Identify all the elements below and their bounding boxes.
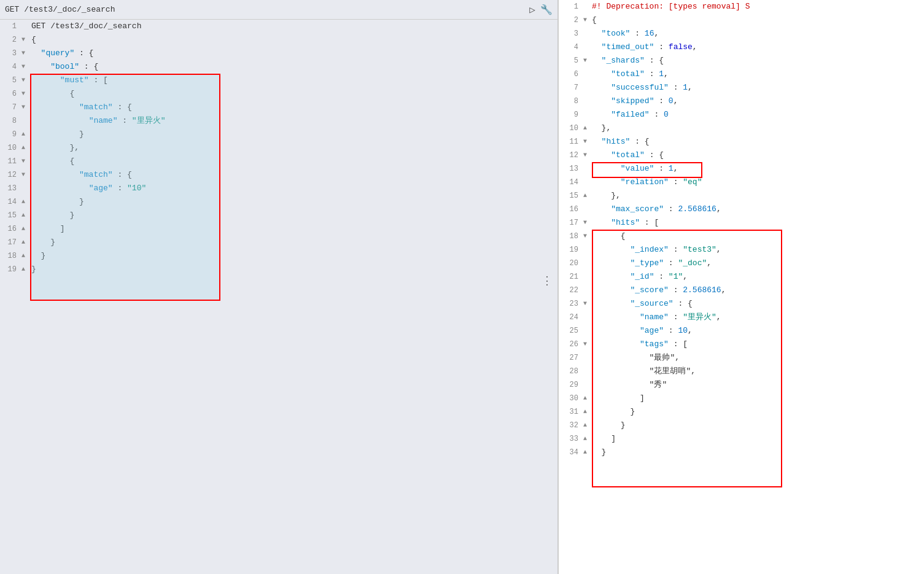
right-code-line: 17▼ "hits" : [ (559, 216, 924, 230)
line-number: 19 (0, 263, 21, 276)
line-number: 9 (0, 128, 21, 141)
right-code-line: 30▲ ] (559, 392, 924, 405)
right-line-number: 18 (559, 230, 583, 243)
right-line-number: 33 (559, 432, 583, 446)
right-fold-arrow[interactable]: ▲ (583, 432, 592, 446)
right-code-line: 27 "最帅", (559, 351, 924, 365)
line-number: 14 (0, 195, 21, 209)
right-code-line: 34▲ } (559, 446, 924, 459)
right-fold-arrow[interactable]: ▼ (583, 338, 592, 351)
right-fold-arrow[interactable]: ▲ (583, 446, 592, 459)
right-code-line: 32▲ } (559, 419, 924, 432)
code-content: { (30, 87, 557, 101)
right-line-number: 17 (559, 216, 583, 230)
right-fold-arrow[interactable]: ▼ (583, 135, 592, 149)
right-code-line: 5▼ "_shards" : { (559, 54, 924, 68)
right-code-content: "秀" (592, 378, 924, 392)
code-line: 14▲ } (0, 195, 557, 209)
fold-arrow[interactable]: ▲ (21, 128, 30, 141)
fold-arrow[interactable]: ▼ (21, 60, 30, 74)
fold-arrow[interactable]: ▲ (21, 263, 30, 276)
right-code-content: ] (592, 392, 924, 405)
line-number: 7 (0, 101, 21, 114)
right-fold-arrow[interactable]: ▲ (583, 419, 592, 432)
line-number: 15 (0, 209, 21, 222)
right-fold-arrow[interactable]: ▲ (583, 392, 592, 405)
toolbar: GET /test3/_doc/_search ▷ 🔧 (0, 0, 557, 20)
right-line-number: 28 (559, 365, 583, 378)
right-code-line: 29 "秀" (559, 378, 924, 392)
code-line: 13 "age" : "10" (0, 182, 557, 195)
right-code-line: 10▲ }, (559, 122, 924, 135)
line-number: 2 (0, 33, 21, 47)
fold-arrow[interactable]: ▲ (21, 249, 30, 263)
right-code-content: "took" : 16, (592, 27, 924, 41)
right-code-line: 23▼ "_source" : { (559, 297, 924, 311)
code-line: 5▼ "must" : [ (0, 74, 557, 87)
fold-arrow[interactable]: ▼ (21, 101, 30, 114)
right-code-content: "successful" : 1, (592, 81, 924, 95)
right-fold-arrow[interactable]: ▲ (583, 405, 592, 419)
fold-arrow[interactable]: ▲ (21, 141, 30, 155)
right-line-number: 11 (559, 135, 583, 149)
right-code-content: }, (592, 189, 924, 203)
right-fold-arrow[interactable]: ▼ (583, 230, 592, 243)
right-fold-arrow[interactable]: ▼ (583, 149, 592, 162)
left-code-area: 1GET /test3/_doc/_search2▼{3▼ "query" : … (0, 20, 557, 574)
right-fold-arrow[interactable]: ▲ (583, 189, 592, 203)
right-code-area: 1#! Deprecation: [types removal] S2▼{3 "… (559, 0, 924, 574)
code-content: "name" : "里异火" (30, 114, 557, 128)
right-line-number: 2 (559, 14, 583, 27)
code-line: 9▲ } (0, 128, 557, 141)
right-code-line: 33▲ ] (559, 432, 924, 446)
wrench-icon[interactable]: 🔧 (540, 4, 553, 16)
line-number: 13 (0, 182, 21, 195)
right-fold-arrow[interactable]: ▲ (583, 122, 592, 135)
run-icon[interactable]: ▷ (529, 4, 535, 16)
line-number: 18 (0, 249, 21, 263)
right-line-number: 4 (559, 41, 583, 54)
line-number: 3 (0, 47, 21, 60)
right-panel: 1#! Deprecation: [types removal] S2▼{3 "… (559, 0, 924, 574)
right-code-line: 8 "skipped" : 0, (559, 95, 924, 108)
line-number: 11 (0, 155, 21, 168)
right-code-content: "_id" : "1", (592, 270, 924, 284)
fold-arrow[interactable]: ▼ (21, 33, 30, 47)
right-code-line: 14 "relation" : "eq" (559, 176, 924, 189)
right-code-content: "_shards" : { (592, 54, 924, 68)
fold-arrow[interactable]: ▲ (21, 236, 30, 249)
line-number: 6 (0, 87, 21, 101)
right-fold-arrow[interactable]: ▼ (583, 14, 592, 27)
right-code-content: { (592, 14, 924, 27)
right-line-number: 25 (559, 324, 583, 338)
fold-arrow[interactable]: ▲ (21, 209, 30, 222)
right-line-number: 1 (559, 0, 583, 14)
right-line-number: 32 (559, 419, 583, 432)
fold-arrow[interactable]: ▲ (21, 222, 30, 236)
code-line: 18▲ } (0, 249, 557, 263)
right-fold-arrow[interactable]: ▼ (583, 54, 592, 68)
right-code-content: #! Deprecation: [types removal] S (592, 0, 924, 14)
code-content: } (30, 236, 557, 249)
right-line-number: 10 (559, 122, 583, 135)
fold-arrow[interactable]: ▼ (21, 74, 30, 87)
right-code-line: 31▲ } (559, 405, 924, 419)
right-fold-arrow[interactable]: ▼ (583, 297, 592, 311)
fold-arrow[interactable]: ▼ (21, 87, 30, 101)
line-number: 8 (0, 114, 21, 128)
right-code-line: 19 "_index" : "test3", (559, 243, 924, 257)
right-line-number: 24 (559, 311, 583, 324)
right-code-content: ] (592, 432, 924, 446)
right-code-content: } (592, 419, 924, 432)
left-panel: GET /test3/_doc/_search ▷ 🔧 1GET /test3/… (0, 0, 559, 574)
fold-arrow[interactable]: ▼ (21, 47, 30, 60)
right-code-content: "total" : 1, (592, 68, 924, 81)
dots-menu[interactable]: ⋮ (542, 274, 553, 287)
fold-arrow[interactable]: ▼ (21, 168, 30, 182)
right-code-content: "_score" : 2.568616, (592, 284, 924, 297)
fold-arrow[interactable]: ▼ (21, 155, 30, 168)
right-fold-arrow[interactable]: ▼ (583, 216, 592, 230)
code-line: 3▼ "query" : { (0, 47, 557, 60)
fold-arrow[interactable]: ▲ (21, 195, 30, 209)
right-code-line: 6 "total" : 1, (559, 68, 924, 81)
